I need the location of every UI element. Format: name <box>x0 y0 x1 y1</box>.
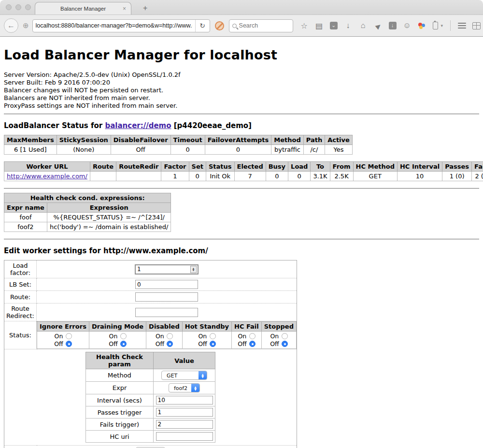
col-ignore-errors: Ignore Errors <box>37 322 89 332</box>
col-failoverattempts: FailoverAttempts <box>205 135 271 145</box>
cell-route <box>90 172 116 181</box>
off-label: Off <box>109 340 117 347</box>
col-fails: Fails <box>472 162 483 172</box>
edit-worker-heading: Edit worker settings for http://www.exam… <box>4 246 479 255</box>
col-busy: Busy <box>266 162 288 172</box>
home-icon[interactable]: ⌂ <box>359 21 368 30</box>
pocket-icon[interactable]: ⌄ <box>330 22 338 29</box>
page-content: Load Balancer Manager for localhost Serv… <box>0 47 483 448</box>
hot-standby-off-radio[interactable] <box>210 341 216 347</box>
load-factor-label: Load factor: <box>4 260 37 278</box>
cell-method: bytraffic <box>271 145 303 155</box>
back-button[interactable]: ← <box>4 18 18 33</box>
close-window-button[interactable] <box>6 4 12 10</box>
hc-fail-off-radio[interactable] <box>249 341 256 347</box>
search-input[interactable] <box>239 22 283 29</box>
ignore-errors-off-radio[interactable] <box>66 341 72 347</box>
balancer-demo-link[interactable]: balancer://demo <box>105 121 171 130</box>
save-to-device-icon[interactable]: ↓ <box>389 22 397 29</box>
downloads-icon[interactable]: ↓ <box>344 21 353 30</box>
col-path: Path <box>303 135 325 145</box>
on-label: On <box>109 332 117 340</box>
tab-close-icon[interactable]: × <box>123 5 126 12</box>
hc-fail-on-radio[interactable] <box>249 333 256 339</box>
expr-select-value: foof2 <box>169 384 191 392</box>
cell-routeredir <box>116 172 161 181</box>
expr-select[interactable]: foof2 ▲▼ <box>169 383 200 392</box>
worker-url-link[interactable]: http://www.example.com/ <box>7 173 87 180</box>
tab-bar: Balancer Manager × + <box>0 0 483 14</box>
col-load: Load <box>288 162 311 172</box>
expr-value: hc('body') =~ /domain is established/ <box>47 222 171 232</box>
cell-failoverattempts: 0 <box>205 145 271 155</box>
lb-set-input[interactable] <box>135 280 198 289</box>
minimize-window-button[interactable] <box>15 4 21 10</box>
zoom-window-button[interactable] <box>25 4 31 10</box>
hc-uri-input[interactable] <box>156 432 213 441</box>
route-redirect-input[interactable] <box>135 308 198 317</box>
search-bar[interactable] <box>229 19 293 32</box>
col-timeout: Timeout <box>170 135 205 145</box>
menu-icon[interactable] <box>458 23 466 29</box>
ignore-errors-on-radio[interactable] <box>66 333 72 339</box>
col-status: Status <box>206 162 234 172</box>
off-label: Off <box>198 340 207 347</box>
col-hc-interval: HC Interval <box>397 162 442 172</box>
back-icon: ← <box>7 21 15 30</box>
disabled-on-radio[interactable] <box>167 333 173 339</box>
interval-input[interactable] <box>156 396 213 405</box>
new-tab-button[interactable]: + <box>140 4 150 13</box>
fails-trigger-input[interactable] <box>156 420 213 429</box>
load-factor-field[interactable]: ▲▼ <box>135 264 199 275</box>
battery-icon[interactable] <box>433 22 438 29</box>
passes-trigger-input[interactable] <box>156 408 213 417</box>
select-chevrons-icon: ▲▼ <box>199 371 207 379</box>
hc-expr-table-title: Health check cond. expressions: <box>4 193 171 203</box>
status-heading-suffix: [p4420eeae_demo] <box>171 121 252 130</box>
hot-standby-on-radio[interactable] <box>210 333 216 339</box>
route-input[interactable] <box>135 292 198 302</box>
tab-title: Balancer Manager <box>60 6 106 12</box>
draining-mode-off-radio[interactable] <box>120 341 127 347</box>
select-chevrons-icon: ▲▼ <box>191 384 199 392</box>
colored-dots-icon[interactable] <box>418 22 426 29</box>
col-draining-mode: Draining Mode <box>89 322 146 332</box>
bookmark-star-icon[interactable]: ☆ <box>300 21 309 30</box>
url-bar[interactable]: ↻ <box>32 19 210 32</box>
draining-mode-on-radio[interactable] <box>120 333 127 339</box>
stopped-off-radio[interactable] <box>282 341 288 347</box>
dropdown-caret-icon[interactable]: ▾ <box>441 23 443 28</box>
cell-set: 0 <box>189 172 206 181</box>
health-check-param-table: Health Check param Value Method GET ▲▼ <box>85 352 215 443</box>
load-factor-input[interactable] <box>136 266 190 273</box>
number-stepper-icon[interactable]: ▲▼ <box>190 266 197 273</box>
content-blocked-icon[interactable] <box>215 21 224 30</box>
cell-busy: 0 <box>266 172 288 181</box>
passes-trigger-label: Passes trigger <box>86 406 154 419</box>
url-input[interactable] <box>33 22 195 29</box>
feedback-smiley-icon[interactable]: ☺ <box>403 21 412 30</box>
worker-row: http://www.example.com/ 1 0 Init Ok 7 0 … <box>4 172 483 181</box>
cell-elected: 7 <box>234 172 266 181</box>
tab-balancer-manager[interactable]: Balancer Manager × <box>35 2 131 14</box>
method-select[interactable]: GET ▲▼ <box>161 371 207 380</box>
hc-uri-label: HC uri <box>86 431 154 443</box>
cell-maxmembers: 6 [1 Used] <box>4 145 57 155</box>
tile-view-icon[interactable] <box>472 22 481 29</box>
stopped-on-radio[interactable] <box>282 333 288 339</box>
window-controls[interactable] <box>6 4 31 10</box>
route-redirect-label: Route Redirect: <box>4 303 37 321</box>
reload-button[interactable]: ↻ <box>195 20 210 32</box>
divider <box>4 239 479 240</box>
toolbar-separator <box>450 20 451 31</box>
send-icon[interactable]: ▶ <box>372 20 384 31</box>
inherit-note-line: Balancers are NOT inherited from main se… <box>4 94 479 102</box>
route-row: Route: <box>4 291 297 303</box>
status-heading-prefix: LoadBalancer Status for <box>4 121 105 130</box>
balancer-status-table: MaxMembers StickySession DisableFailover… <box>4 135 353 155</box>
reading-list-icon[interactable]: ▤ <box>315 21 324 30</box>
col-expression: Expression <box>47 203 171 213</box>
cell-stickysession: (None) <box>57 145 111 155</box>
disabled-off-radio[interactable] <box>167 341 173 347</box>
col-routeredir: RouteRedir <box>116 162 161 172</box>
